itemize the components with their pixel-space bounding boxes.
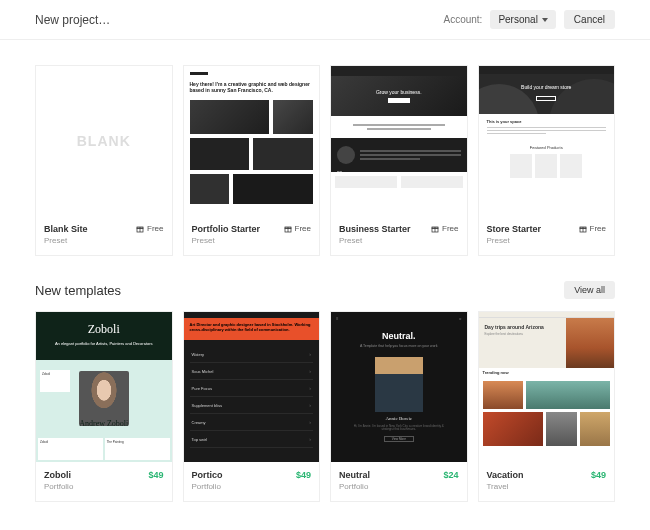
template-category: Portfolio	[339, 482, 370, 491]
cancel-button[interactable]: Cancel	[564, 10, 615, 29]
preset-category: Preset	[44, 236, 88, 245]
template-name: Vacation	[487, 470, 524, 480]
template-card-neutral[interactable]: ≡○ Neutral. A Template that help you foc…	[330, 311, 468, 502]
template-card-vacation[interactable]: Day trips around ArizonaExplore the best…	[478, 311, 616, 502]
preset-name: Portfolio Starter	[192, 224, 261, 234]
preset-card-blank[interactable]: BLANK Blank Site Preset Free	[35, 65, 173, 256]
preset-thumb: BLANK	[36, 66, 172, 216]
preset-name: Blank Site	[44, 224, 88, 234]
template-thumb: ≡○ Neutral. A Template that help you foc…	[331, 312, 467, 462]
account-dropdown[interactable]: Personal	[490, 10, 555, 29]
template-name: Neutral	[339, 470, 370, 480]
template-card-zoboli[interactable]: ZoboliAn elegant portfolio for Artists, …	[35, 311, 173, 502]
gift-icon	[579, 225, 587, 233]
preset-thumb: Build your dream store This is your spac…	[479, 66, 615, 216]
gift-icon	[431, 225, 439, 233]
preset-thumb: Grow your business. Who we are	[331, 66, 467, 216]
preset-category: Preset	[192, 236, 261, 245]
free-badge: Free	[431, 224, 458, 233]
account-label: Account:	[443, 14, 482, 25]
gift-icon	[136, 225, 144, 233]
template-thumb: Art Director and graphic designer based …	[184, 312, 320, 462]
page-title: New project…	[35, 13, 110, 27]
account-value: Personal	[498, 14, 537, 25]
free-badge: Free	[136, 224, 163, 233]
template-category: Portfolio	[192, 482, 223, 491]
preset-card-store[interactable]: Build your dream store This is your spac…	[478, 65, 616, 256]
gift-icon	[284, 225, 292, 233]
template-thumb: ZoboliAn elegant portfolio for Artists, …	[36, 312, 172, 462]
section-title-templates: New templates	[35, 283, 121, 298]
template-price: $49	[148, 470, 163, 480]
template-price: $49	[591, 470, 606, 480]
template-category: Travel	[487, 482, 524, 491]
free-badge: Free	[284, 224, 311, 233]
chevron-down-icon	[542, 18, 548, 22]
view-all-button[interactable]: View all	[564, 281, 615, 299]
template-name: Zoboli	[44, 470, 73, 480]
preset-card-business[interactable]: Grow your business. Who we are Business …	[330, 65, 468, 256]
preset-name: Store Starter	[487, 224, 542, 234]
template-thumb: Day trips around ArizonaExplore the best…	[479, 312, 615, 462]
free-badge: Free	[579, 224, 606, 233]
preset-name: Business Starter	[339, 224, 411, 234]
template-card-portico[interactable]: Art Director and graphic designer based …	[183, 311, 321, 502]
template-name: Portico	[192, 470, 223, 480]
template-price: $49	[296, 470, 311, 480]
template-category: Portfolio	[44, 482, 73, 491]
preset-category: Preset	[339, 236, 411, 245]
preset-card-portfolio[interactable]: Hey there! I'm a creative graphic and we…	[183, 65, 321, 256]
preset-thumb: Hey there! I'm a creative graphic and we…	[184, 66, 320, 216]
preset-category: Preset	[487, 236, 542, 245]
template-price: $24	[443, 470, 458, 480]
